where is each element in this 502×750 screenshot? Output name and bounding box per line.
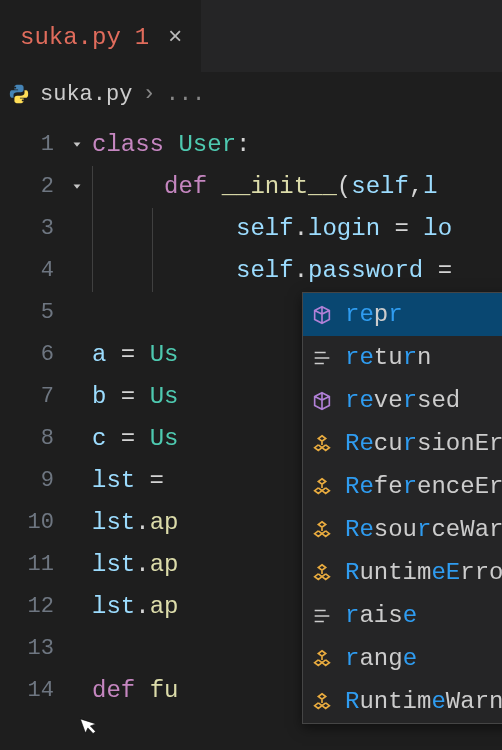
autocomplete-label: RecursionError <box>345 430 502 457</box>
autocomplete-label: raise <box>345 602 417 629</box>
code-line[interactable]: self.login = lo <box>92 208 502 250</box>
autocomplete-popup[interactable]: reprreturnreversedRecursionErrorReferenc… <box>302 292 502 724</box>
class-icon <box>309 646 335 672</box>
autocomplete-label: RuntimeError <box>345 559 502 586</box>
autocomplete-item[interactable]: ReferenceError <box>303 465 502 508</box>
line-number: 6 <box>0 334 62 376</box>
autocomplete-label: RuntimeWarning <box>345 688 502 715</box>
line-number: 10 <box>0 502 62 544</box>
tab-dirty-indicator: 1 <box>135 24 149 51</box>
line-number: 13 <box>0 628 62 670</box>
code-line[interactable]: self.password = <box>92 250 502 292</box>
close-icon[interactable]: × <box>163 25 187 49</box>
class-icon <box>309 431 335 457</box>
autocomplete-item[interactable]: range <box>303 637 502 680</box>
line-number: 1 <box>0 124 62 166</box>
autocomplete-label: ReferenceError <box>345 473 502 500</box>
tab-bar: suka.py 1 × <box>0 0 502 72</box>
fold-toggle[interactable] <box>62 166 92 208</box>
tab-suka-py[interactable]: suka.py 1 × <box>0 0 201 72</box>
python-file-icon <box>8 83 30 105</box>
line-number: 11 <box>0 544 62 586</box>
chevron-right-icon: › <box>142 82 155 107</box>
breadcrumb[interactable]: suka.py › ... <box>0 72 502 116</box>
line-number-gutter: 1 2 3 4 5 6 7 8 9 10 11 12 13 14 <box>0 116 62 750</box>
line-number: 3 <box>0 208 62 250</box>
autocomplete-item[interactable]: ResourceWarnin <box>303 508 502 551</box>
line-number: 5 <box>0 292 62 334</box>
class-icon <box>309 474 335 500</box>
snippet-icon <box>309 345 335 371</box>
line-number: 2 <box>0 166 62 208</box>
line-number: 14 <box>0 670 62 712</box>
fold-toggle[interactable] <box>62 124 92 166</box>
tab-filename: suka.py <box>20 24 121 51</box>
autocomplete-item[interactable]: raise <box>303 594 502 637</box>
class-icon <box>309 517 335 543</box>
autocomplete-item[interactable]: repr <box>303 293 502 336</box>
autocomplete-item[interactable]: RuntimeWarning <box>303 680 502 723</box>
autocomplete-label: reversed <box>345 387 460 414</box>
line-number: 12 <box>0 586 62 628</box>
line-number: 4 <box>0 250 62 292</box>
code-line[interactable]: class User: <box>92 124 502 166</box>
line-number: 9 <box>0 460 62 502</box>
line-number: 7 <box>0 376 62 418</box>
breadcrumb-more[interactable]: ... <box>166 82 206 107</box>
autocomplete-item[interactable]: RecursionError <box>303 422 502 465</box>
autocomplete-label: ResourceWarnin <box>345 516 502 543</box>
line-number: 8 <box>0 418 62 460</box>
fold-gutter <box>62 116 92 750</box>
autocomplete-label: return <box>345 344 431 371</box>
class-icon <box>309 689 335 715</box>
breadcrumb-filename[interactable]: suka.py <box>40 82 132 107</box>
code-line[interactable]: def __init__(self,l <box>92 166 502 208</box>
editor[interactable]: 1 2 3 4 5 6 7 8 9 10 11 12 13 14 class U… <box>0 116 502 750</box>
class-icon <box>309 560 335 586</box>
autocomplete-item[interactable]: return <box>303 336 502 379</box>
autocomplete-label: repr <box>345 301 403 328</box>
autocomplete-item[interactable]: reversed <box>303 379 502 422</box>
cube-icon <box>309 302 335 328</box>
code-area[interactable]: class User: def __init__(self,l self.log… <box>92 116 502 750</box>
cube-icon <box>309 388 335 414</box>
autocomplete-label: range <box>345 645 417 672</box>
autocomplete-item[interactable]: RuntimeError <box>303 551 502 594</box>
snippet-icon <box>309 603 335 629</box>
